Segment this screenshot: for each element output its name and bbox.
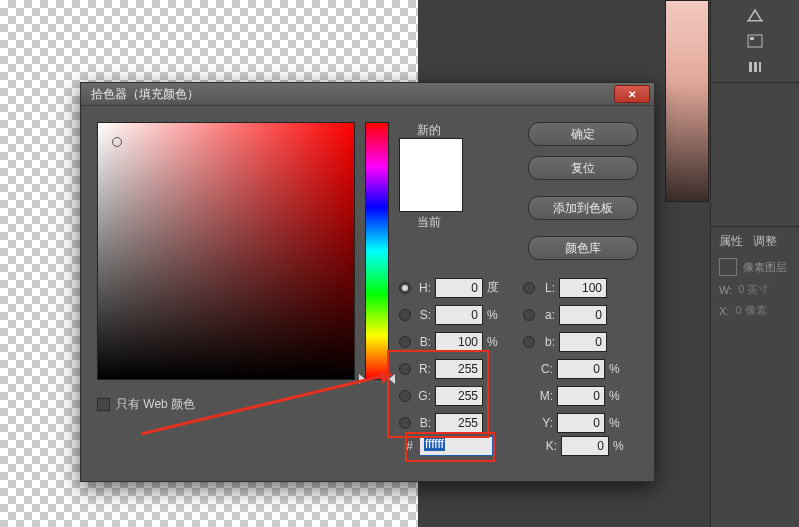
close-button[interactable]: ✕ (614, 85, 650, 103)
prop-w-value: 0 英寸 (738, 282, 769, 297)
gradient-preview-thumb (665, 0, 709, 202)
radio-bv[interactable] (399, 336, 411, 348)
input-m[interactable] (557, 386, 605, 406)
unit-c: % (609, 362, 623, 376)
input-b-lab[interactable] (559, 332, 607, 352)
radio-s[interactable] (399, 309, 411, 321)
label-g: G: (415, 389, 431, 403)
color-picker-dialog: 拾色器（填充颜色） ✕ 新的 当前 确定 复位 添加到色板 颜色库 H: 度 (80, 82, 655, 482)
label-a: a: (539, 308, 555, 322)
properties-panel: 属性 调整 像素图层 W: 0 英寸 X: 0 像素 (711, 226, 799, 330)
label-y: Y: (537, 416, 553, 430)
properties-subtitle: 像素图层 (743, 260, 787, 275)
svg-rect-4 (754, 62, 757, 72)
saturation-value-field[interactable] (97, 122, 355, 380)
panel-icon-1[interactable] (718, 4, 792, 26)
hue-pointer-left (359, 374, 365, 384)
hue-pointer-right (389, 374, 395, 384)
right-side-panel: 属性 调整 像素图层 W: 0 英寸 X: 0 像素 (710, 0, 799, 527)
radio-g[interactable] (399, 390, 411, 402)
hex-label: # (399, 439, 413, 453)
ok-button[interactable]: 确定 (528, 122, 638, 146)
radio-r[interactable] (399, 363, 411, 375)
add-to-swatches-button[interactable]: 添加到色板 (528, 196, 638, 220)
input-h[interactable] (435, 278, 483, 298)
unit-y: % (609, 416, 623, 430)
hue-slider[interactable] (365, 122, 389, 380)
svg-rect-1 (748, 35, 762, 47)
panel-icon-3[interactable] (718, 56, 792, 78)
prop-x-label: X: (719, 305, 729, 317)
input-s[interactable] (435, 305, 483, 325)
dialog-title: 拾色器（填充颜色） (91, 86, 199, 103)
unit-m: % (609, 389, 623, 403)
label-b-lab: b: (539, 335, 555, 349)
panel-icon-2[interactable] (718, 30, 792, 52)
input-c[interactable] (557, 359, 605, 379)
web-only-checkbox[interactable] (97, 398, 110, 411)
radio-a[interactable] (523, 309, 535, 321)
label-m: M: (537, 389, 553, 403)
svg-rect-2 (750, 37, 754, 40)
svg-rect-0 (747, 20, 763, 22)
current-color-label: 当前 (417, 214, 441, 231)
input-g[interactable] (435, 386, 483, 406)
radio-l[interactable] (523, 282, 535, 294)
prop-w-label: W: (719, 284, 732, 296)
tab-adjust[interactable]: 调整 (753, 233, 777, 250)
radio-bc[interactable] (399, 417, 411, 429)
hex-value: ffffff (424, 437, 445, 451)
svg-rect-5 (759, 62, 761, 72)
pixel-layer-icon (719, 258, 737, 276)
web-only-label: 只有 Web 颜色 (116, 396, 195, 413)
input-a[interactable] (559, 305, 607, 325)
color-value-fields: H: 度 L: S: % a: (399, 274, 639, 436)
hex-input[interactable]: ffffff (419, 436, 493, 456)
label-r: R: (415, 362, 431, 376)
radio-h[interactable] (399, 282, 411, 294)
input-l[interactable] (559, 278, 607, 298)
new-color-swatch (400, 139, 462, 175)
color-swatch-box (399, 138, 463, 212)
current-color-swatch (400, 175, 462, 211)
label-k: K: (541, 439, 557, 453)
reset-button[interactable]: 复位 (528, 156, 638, 180)
unit-k: % (613, 439, 627, 453)
input-r[interactable] (435, 359, 483, 379)
input-k[interactable] (561, 436, 609, 456)
label-h: H: (415, 281, 431, 295)
label-c: C: (537, 362, 553, 376)
radio-b-lab[interactable] (523, 336, 535, 348)
new-color-label: 新的 (417, 122, 441, 139)
label-l: L: (539, 281, 555, 295)
label-bc: B: (415, 416, 431, 430)
sv-indicator (112, 137, 122, 147)
color-libraries-button[interactable]: 颜色库 (528, 236, 638, 260)
label-s: S: (415, 308, 431, 322)
tab-properties[interactable]: 属性 (719, 233, 743, 250)
unit-bv: % (487, 335, 501, 349)
dialog-titlebar[interactable]: 拾色器（填充颜色） ✕ (81, 83, 654, 106)
svg-rect-3 (749, 62, 752, 72)
input-bv[interactable] (435, 332, 483, 352)
input-bc[interactable] (435, 413, 483, 433)
input-y[interactable] (557, 413, 605, 433)
unit-h: 度 (487, 279, 501, 296)
hex-row: # ffffff K: % (399, 436, 627, 456)
label-bv: B: (415, 335, 431, 349)
unit-s: % (487, 308, 501, 322)
prop-x-value: 0 像素 (735, 303, 766, 318)
